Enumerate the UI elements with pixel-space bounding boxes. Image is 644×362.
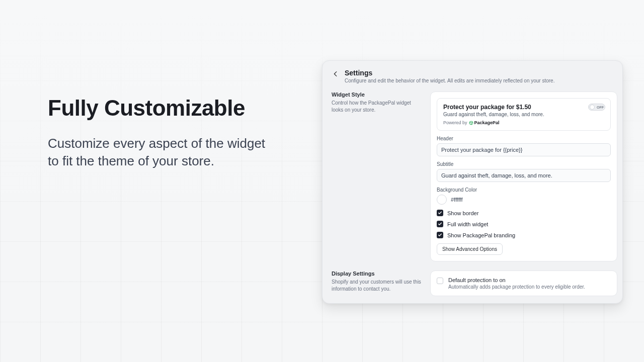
brand-name: PackagePal xyxy=(474,120,500,125)
widget-style-title: Widget Style xyxy=(332,92,423,98)
hero-subtitle: Customize every aspect of the widget to … xyxy=(48,135,279,170)
arrow-left-icon xyxy=(332,70,339,77)
color-value: #ffffff xyxy=(451,197,462,203)
package-icon xyxy=(469,121,473,125)
panel-header: Settings Configure and edit the behavior… xyxy=(328,68,617,88)
show-advanced-button[interactable]: Show Advanced Options xyxy=(437,243,503,255)
preview-subtitle: Guard against theft, damage, loss, and m… xyxy=(443,112,604,117)
subtitle-field: Subtitle xyxy=(437,161,611,182)
header-label: Header xyxy=(437,136,611,141)
display-settings-title: Display Settings xyxy=(332,270,423,277)
checkbox-checked-icon xyxy=(437,210,443,216)
widget-style-card: Protect your package for $1.50 Guard aga… xyxy=(430,92,617,261)
default-on-desc: Automatically adds package protection to… xyxy=(448,284,585,290)
header-input[interactable] xyxy=(437,143,611,156)
toggle-knob xyxy=(590,105,595,110)
protection-toggle[interactable]: OFF xyxy=(588,104,605,111)
panel-subtitle: Configure and edit the behavior of the w… xyxy=(345,78,613,83)
brand-logo: PackagePal xyxy=(469,120,500,125)
checkbox-checked-icon xyxy=(437,221,443,227)
widget-style-row: Widget Style Control how the PackagePal … xyxy=(328,92,617,261)
hero-section: Fully Customizable Customize every aspec… xyxy=(48,96,279,170)
display-settings-card: Default protection to on Automatically a… xyxy=(430,270,617,296)
powered-prefix: Powered by xyxy=(443,120,467,125)
default-on-label: Default protection to on xyxy=(448,277,585,283)
back-button[interactable] xyxy=(332,70,340,78)
bgcolor-field: Background Color #ffffff xyxy=(437,187,611,205)
widget-preview: Protect your package for $1.50 Guard aga… xyxy=(437,98,611,131)
display-settings-desc: Shopify and your customers will use this… xyxy=(332,279,423,292)
subtitle-label: Subtitle xyxy=(437,161,611,167)
settings-panel: Settings Configure and edit the behavior… xyxy=(322,60,623,304)
color-swatch[interactable] xyxy=(437,195,447,205)
full-width-checkbox[interactable]: Full width widget xyxy=(437,221,611,227)
default-on-checkbox[interactable] xyxy=(437,278,443,284)
toggle-label: OFF xyxy=(597,106,604,109)
bgcolor-label: Background Color xyxy=(437,187,611,193)
hero-title: Fully Customizable xyxy=(48,96,279,121)
full-width-label: Full width widget xyxy=(447,221,488,227)
show-border-checkbox[interactable]: Show border xyxy=(437,210,611,216)
preview-title: Protect your package for $1.50 xyxy=(443,104,604,111)
display-settings-row: Display Settings Shopify and your custom… xyxy=(328,270,617,296)
show-branding-label: Show PackagePal branding xyxy=(447,232,515,238)
powered-by: Powered by PackagePal xyxy=(443,120,604,125)
header-field: Header xyxy=(437,136,611,156)
checkbox-checked-icon xyxy=(437,232,443,238)
show-border-label: Show border xyxy=(447,210,478,216)
panel-title: Settings xyxy=(345,69,613,77)
show-branding-checkbox[interactable]: Show PackagePal branding xyxy=(437,232,611,238)
subtitle-input[interactable] xyxy=(437,169,611,182)
widget-style-desc: Control how the PackagePal widget looks … xyxy=(332,100,423,113)
